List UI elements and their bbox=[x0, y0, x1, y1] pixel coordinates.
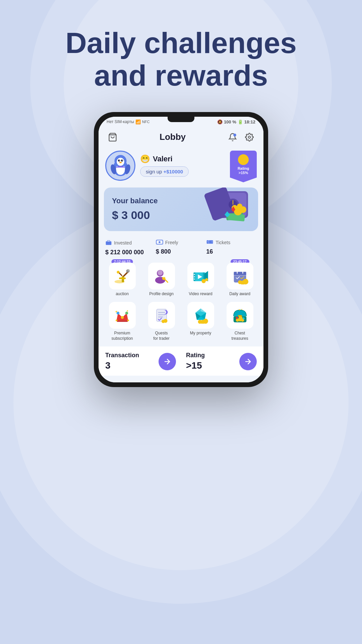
svg-text:★: ★ bbox=[115, 310, 118, 313]
sim-status: Нет SIM-карты bbox=[107, 119, 134, 124]
transaction-value: 3 bbox=[105, 360, 156, 371]
svg-point-1 bbox=[233, 133, 236, 137]
svg-text:★: ★ bbox=[241, 308, 243, 310]
battery-status: 100 % bbox=[224, 119, 236, 124]
premium-icon-box: ★ ★ bbox=[109, 302, 136, 329]
tickets-label: Tickets bbox=[216, 240, 230, 245]
auction-label: auction bbox=[116, 291, 129, 297]
invested-icon bbox=[105, 239, 112, 247]
svg-marker-68 bbox=[116, 320, 128, 322]
svg-point-55 bbox=[194, 278, 195, 279]
svg-point-10 bbox=[122, 160, 122, 161]
auction-icon-box bbox=[109, 263, 136, 289]
bottom-stat-transaction: Transaction 3 bbox=[105, 352, 156, 371]
avatar bbox=[105, 151, 135, 181]
daily-award-label: Daily award bbox=[229, 291, 250, 297]
notification-icon[interactable] bbox=[227, 131, 239, 143]
transaction-arrow-button[interactable] bbox=[159, 353, 176, 370]
svg-point-81 bbox=[162, 320, 165, 323]
page-title: Daily challenges and rewards bbox=[45, 27, 317, 92]
header-icons bbox=[227, 131, 255, 143]
battery-icon: 🔋 bbox=[238, 119, 243, 124]
chest-label: Chesttreasures bbox=[231, 331, 248, 341]
profile-design-icon-box bbox=[148, 263, 175, 289]
svg-rect-30 bbox=[108, 240, 110, 241]
video-reward-icon-box bbox=[187, 263, 214, 289]
svg-point-44 bbox=[158, 270, 163, 275]
freely-label: Freely bbox=[165, 240, 178, 245]
svg-point-9 bbox=[119, 160, 119, 161]
my-property-icon-box bbox=[187, 302, 214, 329]
grid-item-auction[interactable]: 7:12:44:33 bbox=[104, 263, 140, 297]
svg-point-73 bbox=[127, 320, 129, 321]
wifi-icon: 📶 bbox=[135, 119, 141, 124]
bottom-stat-rating: Rating >15 bbox=[186, 352, 237, 371]
balance-card: Your balance $ 3 000 bbox=[104, 187, 258, 231]
svg-point-48 bbox=[165, 277, 166, 278]
settings-icon[interactable] bbox=[243, 131, 255, 143]
safe-illustration bbox=[201, 187, 255, 231]
phone-notch bbox=[168, 117, 194, 122]
transaction-label: Transaction bbox=[105, 352, 156, 359]
rating-bottom-value: >15 bbox=[186, 360, 237, 371]
svg-point-54 bbox=[194, 276, 195, 277]
svg-rect-60 bbox=[234, 272, 246, 275]
app-header: Lobby bbox=[99, 126, 263, 147]
grid-item-premium[interactable]: ★ ★ Premiumsubscription bbox=[104, 302, 140, 341]
svg-text:★: ★ bbox=[126, 310, 128, 312]
mute-icon: 🔕 bbox=[217, 119, 223, 124]
shop-icon[interactable] bbox=[107, 131, 119, 143]
premium-label: Premiumsubscription bbox=[111, 331, 133, 341]
grid-row-2: ★ ★ Premiumsubscription bbox=[99, 300, 263, 344]
svg-rect-36 bbox=[119, 277, 126, 279]
quests-label: Questsfor trader bbox=[153, 331, 170, 341]
svg-point-57 bbox=[201, 279, 205, 283]
daily-award-icon-box bbox=[227, 263, 253, 289]
svg-point-90 bbox=[198, 320, 202, 324]
svg-text:★: ★ bbox=[238, 309, 240, 311]
profile-design-label: Profile design bbox=[149, 291, 174, 297]
phone-screen: Нет SIM-карты 📶 NFC 🔕 100 % 🔋 18:12 bbox=[99, 117, 263, 383]
svg-point-69 bbox=[121, 316, 124, 319]
svg-point-58 bbox=[205, 278, 208, 281]
freely-value: $ 800 bbox=[156, 248, 206, 255]
svg-point-98 bbox=[236, 317, 238, 319]
profile-section: 😁 Valeri sign up +$10000 Rating>15% bbox=[99, 147, 263, 184]
svg-line-39 bbox=[119, 273, 122, 275]
rating-arrow-button[interactable] bbox=[239, 353, 257, 370]
time-display: 18:12 bbox=[244, 119, 255, 124]
grid-item-chest[interactable]: ★ ★ Chesttreasures bbox=[222, 302, 258, 341]
stats-row: Invested $ 212 000 000 F bbox=[99, 234, 263, 261]
invested-value: $ 212 000 000 bbox=[105, 249, 156, 256]
grid-item-my-property[interactable]: My property bbox=[182, 302, 219, 341]
nfc-icon: NFC bbox=[142, 120, 150, 124]
svg-point-25 bbox=[237, 204, 242, 209]
svg-point-71 bbox=[125, 312, 128, 315]
rating-label: Rating>15% bbox=[238, 166, 249, 175]
svg-point-47 bbox=[163, 276, 165, 277]
rating-bottom-label: Rating bbox=[186, 352, 237, 359]
tickets-icon bbox=[206, 239, 214, 246]
grid-item-profile-design[interactable]: Profile design bbox=[143, 263, 180, 297]
grid-item-video-reward[interactable]: Video reward bbox=[182, 263, 219, 297]
my-property-label: My property bbox=[190, 331, 211, 336]
grid-item-quests[interactable]: Questsfor trader bbox=[143, 302, 180, 341]
app-content: Lobby bbox=[99, 126, 263, 383]
freely-icon bbox=[156, 239, 163, 246]
bottom-bar: Transaction 3 Rating >15 bbox=[99, 346, 263, 376]
stat-invested: Invested $ 212 000 000 bbox=[105, 239, 156, 256]
chest-icon-box: ★ ★ bbox=[227, 302, 253, 329]
svg-point-32 bbox=[159, 241, 160, 243]
svg-point-97 bbox=[240, 317, 242, 319]
svg-point-40 bbox=[117, 271, 119, 273]
svg-point-72 bbox=[116, 320, 117, 321]
svg-point-11 bbox=[119, 162, 122, 163]
signup-button[interactable]: sign up +$10000 bbox=[140, 166, 189, 177]
rating-gold-circle bbox=[238, 154, 249, 165]
grid-item-daily-award[interactable]: 23:45:17 bbox=[222, 263, 258, 297]
lobby-title: Lobby bbox=[160, 132, 186, 142]
quests-icon-box bbox=[148, 302, 175, 329]
profile-emoji: 😁 bbox=[140, 154, 150, 164]
phone-frame: Нет SIM-карты 📶 NFC 🔕 100 % 🔋 18:12 bbox=[94, 112, 268, 387]
svg-point-66 bbox=[238, 280, 242, 284]
